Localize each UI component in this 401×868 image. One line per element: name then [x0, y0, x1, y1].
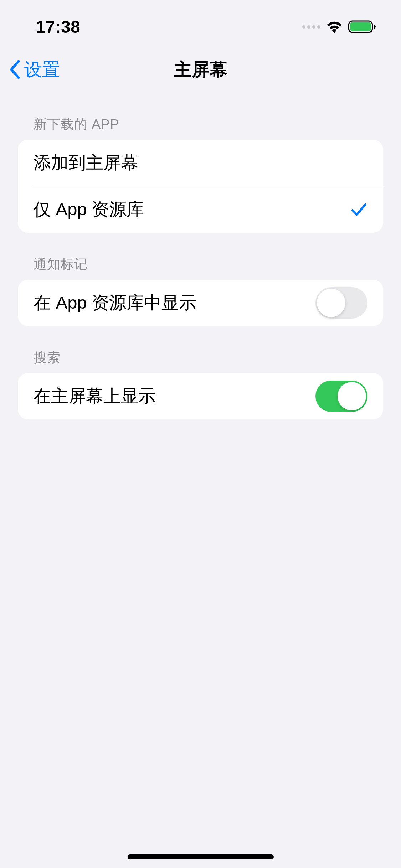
status-time: 17:38	[36, 17, 80, 37]
section-group-badges: 在 App 资源库中显示	[18, 280, 383, 326]
status-bar: 17:38	[0, 0, 401, 46]
battery-icon	[348, 20, 376, 33]
row-app-library-only[interactable]: 仅 App 资源库	[18, 186, 383, 233]
section-group-new-apps: 添加到主屏幕 仅 App 资源库	[18, 140, 383, 233]
section-header-new-apps: 新下载的 APP	[18, 93, 383, 140]
chevron-left-icon	[9, 59, 21, 80]
signal-dots-icon	[302, 25, 320, 29]
svg-rect-1	[350, 22, 371, 31]
checkmark-icon	[350, 201, 367, 218]
row-show-in-app-library: 在 App 资源库中显示	[18, 280, 383, 326]
nav-bar: 设置 主屏幕	[0, 46, 401, 93]
toggle-knob	[338, 382, 366, 410]
section-header-badges: 通知标记	[18, 233, 383, 280]
row-label: 在 App 资源库中显示	[34, 291, 196, 315]
toggle-show-in-app-library[interactable]	[315, 287, 367, 319]
section-header-search: 搜索	[18, 326, 383, 373]
row-show-on-home-screen: 在主屏幕上显示	[18, 373, 383, 419]
row-add-to-home-screen[interactable]: 添加到主屏幕	[18, 140, 383, 186]
back-label: 设置	[24, 58, 60, 82]
page-title: 主屏幕	[174, 58, 227, 82]
section-group-search: 在主屏幕上显示	[18, 373, 383, 419]
back-button[interactable]: 设置	[9, 58, 60, 82]
content: 新下载的 APP 添加到主屏幕 仅 App 资源库 通知标记 在 App 资源库…	[0, 93, 401, 419]
status-indicators	[302, 20, 376, 33]
toggle-knob	[317, 289, 345, 317]
row-label: 在主屏幕上显示	[34, 384, 156, 408]
home-indicator[interactable]	[128, 854, 274, 859]
wifi-icon	[326, 20, 343, 33]
row-label: 添加到主屏幕	[34, 151, 138, 175]
toggle-show-on-home-screen[interactable]	[315, 381, 367, 412]
row-label: 仅 App 资源库	[34, 198, 144, 221]
